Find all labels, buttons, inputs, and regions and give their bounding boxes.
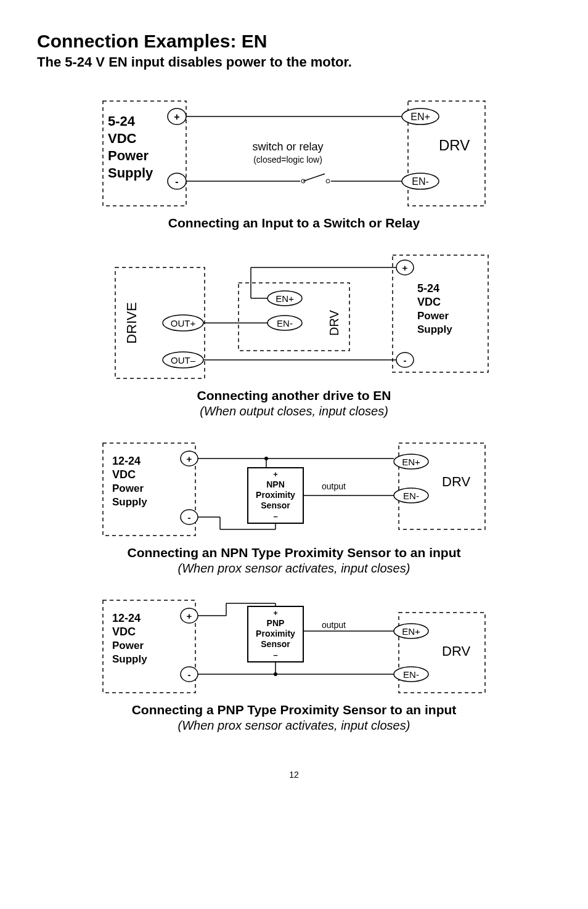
- minus: -: [188, 669, 191, 680]
- ps-l1: 12-24: [112, 455, 141, 467]
- drv-label: DRV: [439, 137, 470, 153]
- drv-label: DRV: [442, 643, 470, 659]
- ps-l3: Power: [417, 310, 449, 322]
- en-plus: EN+: [402, 626, 420, 637]
- en-plus: EN+: [402, 457, 420, 467]
- en-minus: EN-: [412, 176, 429, 187]
- minus: -: [188, 512, 191, 523]
- output-label: output: [322, 481, 346, 491]
- svg-point-10: [326, 179, 330, 183]
- diagram1-caption: Connecting an Input to a Switch or Relay: [168, 216, 420, 230]
- sensor-plus: +: [273, 470, 278, 479]
- sensor-l3: Sensor: [261, 500, 290, 510]
- en-minus: EN-: [403, 491, 419, 501]
- ps-label1: 5-24: [108, 113, 136, 129]
- diagram2-caption-italic: (When output closes, input closes): [200, 404, 388, 418]
- switch-label1: switch or relay: [252, 141, 323, 153]
- en-plus: EN+: [410, 112, 430, 122]
- plus: +: [187, 454, 192, 464]
- drv-label: DRV: [327, 309, 341, 336]
- ps-l4: Supply: [417, 324, 452, 335]
- plus: +: [187, 611, 192, 621]
- plus-terminal: +: [174, 112, 179, 122]
- diagram4-caption-bold: Connecting a PNP Type Proximity Sensor t…: [132, 703, 457, 717]
- sensor-minus: –: [273, 512, 277, 521]
- plus: +: [402, 263, 408, 273]
- section-heading: Connection Examples: EN: [37, 31, 551, 52]
- ps-label4: Supply: [108, 165, 153, 181]
- diagram3-caption-bold: Connecting an NPN Type Proximity Sensor …: [128, 545, 461, 560]
- ps-l1: 5-24: [417, 282, 439, 295]
- ps-l2: VDC: [112, 626, 136, 638]
- sensor-l1: NPN: [266, 479, 285, 489]
- drv-label: DRV: [442, 474, 470, 489]
- drive-label: DRIVE: [124, 302, 139, 343]
- minus: -: [404, 355, 407, 365]
- en-minus: EN-: [277, 318, 293, 328]
- sensor-l3: Sensor: [261, 639, 290, 649]
- diagram-switch-relay: 5-24 VDC Power Supply + - DRV EN+ EN- sw…: [97, 95, 491, 212]
- ps-l3: Power: [112, 640, 144, 651]
- section-subheading: The 5-24 V EN input disables power to th…: [37, 54, 551, 70]
- ps-label2: VDC: [108, 131, 137, 146]
- out-minus: OUT–: [171, 355, 196, 365]
- ps-l4: Supply: [112, 653, 147, 665]
- sensor-l1: PNP: [267, 618, 285, 628]
- ps-l1: 12-24: [112, 612, 141, 624]
- page-number: 12: [37, 770, 551, 780]
- sensor-minus: –: [273, 650, 277, 659]
- diagram-drive-to-en: DRIVE OUT+ OUT– DRV EN+ EN- 5-24 VDC Pow…: [97, 249, 491, 385]
- ps-l3: Power: [112, 483, 144, 494]
- diagram3-caption-italic: (When prox sensor activates, input close…: [178, 561, 410, 576]
- ps-label3: Power: [108, 148, 149, 163]
- minus-terminal: -: [175, 176, 178, 187]
- sensor-l2: Proximity: [256, 629, 295, 638]
- ps-l2: VDC: [112, 468, 136, 481]
- svg-line-9: [303, 174, 325, 181]
- switch-label2: (closed=logic low): [253, 155, 322, 165]
- en-plus: EN+: [276, 293, 294, 304]
- diagram2-caption-bold: Connecting another drive to EN: [197, 388, 391, 403]
- ps-l4: Supply: [112, 496, 147, 508]
- ps-l2: VDC: [417, 296, 441, 308]
- sensor-plus: +: [273, 608, 278, 618]
- diagram4-caption-italic: (When prox sensor activates, input close…: [178, 719, 410, 733]
- en-minus: EN-: [403, 669, 419, 680]
- out-plus: OUT+: [171, 318, 196, 328]
- diagram-npn-sensor: 12-24 VDC Power Supply + - + NPN Proximi…: [97, 437, 491, 542]
- diagram-pnp-sensor: 12-24 VDC Power Supply + - + PNP Proximi…: [97, 594, 491, 699]
- output-label: output: [322, 620, 346, 630]
- sensor-l2: Proximity: [256, 490, 295, 500]
